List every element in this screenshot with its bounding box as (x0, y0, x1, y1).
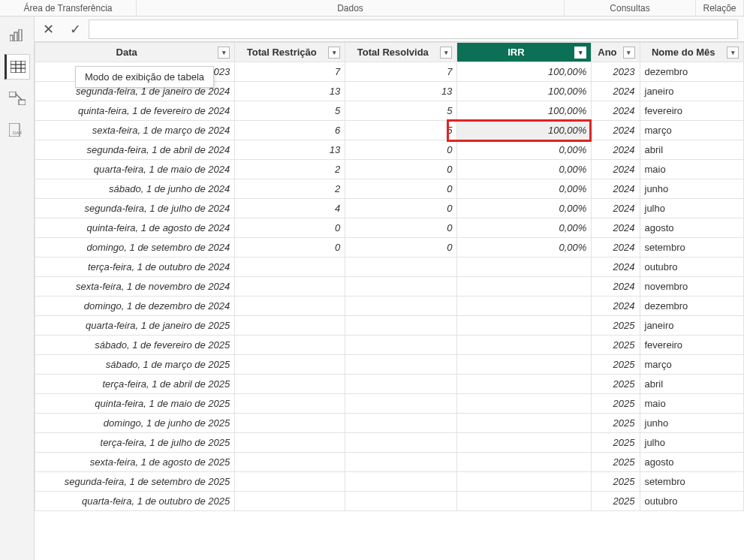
cell-ano[interactable]: 2025 (592, 433, 640, 453)
formula-confirm-button[interactable]: ✓ (62, 19, 89, 40)
table-row[interactable]: sábado, 1 de junho de 2024200,00%2024jun… (35, 179, 744, 199)
model-view-button[interactable] (5, 86, 30, 111)
cell-ano[interactable]: 2024 (592, 179, 640, 199)
cell-total-restricao[interactable] (235, 316, 345, 336)
cell-data[interactable]: sábado, 1 de março de 2025 (35, 355, 235, 375)
cell-total-resolvida[interactable]: 0 (345, 199, 457, 218)
table-row[interactable]: quinta-feira, 1 de agosto de 2024000,00%… (35, 218, 744, 238)
cell-data[interactable]: terça-feira, 1 de julho de 2025 (35, 433, 235, 453)
table-row[interactable]: segunda-feira, 1 de abril de 20241300,00… (35, 140, 744, 160)
cell-total-restricao[interactable] (235, 394, 345, 414)
report-view-button[interactable] (5, 23, 30, 48)
cell-irr[interactable]: 0,00% (457, 238, 592, 257)
cell-total-resolvida[interactable] (345, 492, 457, 511)
cell-total-resolvida[interactable]: 5 (345, 101, 457, 121)
cell-data[interactable]: domingo, 1 de junho de 2025 (35, 414, 235, 433)
table-row[interactable]: terça-feira, 1 de julho de 20252025julho (35, 433, 744, 453)
cell-data[interactable]: quinta-feira, 1 de agosto de 2024 (35, 218, 235, 238)
cell-nome-mes[interactable]: janeiro (640, 316, 744, 336)
cell-irr[interactable] (457, 257, 592, 277)
cell-total-restricao[interactable]: 0 (235, 218, 345, 238)
cell-total-restricao[interactable] (235, 453, 345, 472)
cell-total-restricao[interactable]: 2 (235, 179, 345, 199)
table-row[interactable]: sexta-feira, 1 de março de 202465100,00%… (35, 121, 744, 140)
cell-irr[interactable] (457, 414, 592, 433)
formula-input[interactable] (89, 20, 738, 39)
data-view-button[interactable] (5, 54, 30, 80)
cell-nome-mes[interactable]: dezembro (640, 297, 744, 316)
cell-nome-mes[interactable]: maio (640, 160, 744, 179)
filter-button[interactable]: ▾ (328, 47, 340, 59)
table-row[interactable]: terça-feira, 1 de abril de 20252025abril (35, 375, 744, 394)
cell-irr[interactable] (457, 453, 592, 472)
cell-data[interactable]: sexta-feira, 1 de março de 2024 (35, 121, 235, 140)
filter-button[interactable]: ▾ (623, 47, 635, 59)
cell-nome-mes[interactable]: agosto (640, 453, 744, 472)
table-row[interactable]: quinta-feira, 1 de maio de 20252025maio (35, 394, 744, 414)
cell-total-restricao[interactable] (235, 414, 345, 433)
cell-data[interactable]: sábado, 1 de junho de 2024 (35, 179, 235, 199)
cell-irr[interactable] (457, 277, 592, 297)
cell-nome-mes[interactable]: novembro (640, 277, 744, 297)
cell-data[interactable]: sexta-feira, 1 de novembro de 2024 (35, 277, 235, 297)
column-header-total-restricao[interactable]: Total Restrição ▾ (235, 43, 345, 62)
cell-total-resolvida[interactable] (345, 453, 457, 472)
cell-ano[interactable]: 2024 (592, 101, 640, 121)
table-row[interactable]: domingo, 1 de dezembro de 20242024dezemb… (35, 297, 744, 316)
table-scroll-area[interactable]: Modo de exibição de tabela Data ▾ Total … (35, 42, 744, 560)
cell-total-resolvida[interactable] (345, 394, 457, 414)
cell-irr[interactable]: 0,00% (457, 199, 592, 218)
cell-irr[interactable]: 100,00% (457, 101, 592, 121)
column-header-irr[interactable]: IRR ▾ (457, 43, 592, 62)
cell-total-resolvida[interactable] (345, 472, 457, 492)
cell-ano[interactable]: 2025 (592, 355, 640, 375)
table-row[interactable]: sexta-feira, 1 de agosto de 20252025agos… (35, 453, 744, 472)
cell-data[interactable]: quarta-feira, 1 de maio de 2024 (35, 160, 235, 179)
formula-cancel-button[interactable]: ✕ (35, 19, 62, 40)
cell-total-restricao[interactable] (235, 433, 345, 453)
cell-total-restricao[interactable]: 6 (235, 121, 345, 140)
cell-total-restricao[interactable] (235, 297, 345, 316)
cell-total-resolvida[interactable]: 0 (345, 218, 457, 238)
cell-ano[interactable]: 2024 (592, 277, 640, 297)
filter-button[interactable]: ▾ (727, 47, 739, 59)
cell-ano[interactable]: 2024 (592, 199, 640, 218)
table-row[interactable]: domingo, 1 de junho de 20252025junho (35, 414, 744, 433)
cell-ano[interactable]: 2024 (592, 218, 640, 238)
cell-nome-mes[interactable]: dezembro (640, 62, 744, 82)
cell-ano[interactable]: 2025 (592, 453, 640, 472)
filter-button[interactable]: ▾ (440, 47, 452, 59)
cell-total-resolvida[interactable] (345, 277, 457, 297)
cell-nome-mes[interactable]: maio (640, 394, 744, 414)
cell-data[interactable]: segunda-feira, 1 de setembro de 2025 (35, 472, 235, 492)
cell-total-restricao[interactable]: 5 (235, 101, 345, 121)
cell-total-restricao[interactable] (235, 472, 345, 492)
filter-button[interactable]: ▾ (574, 47, 586, 59)
cell-irr[interactable]: 100,00% (457, 62, 592, 82)
cell-data[interactable]: sábado, 1 de fevereiro de 2025 (35, 336, 235, 355)
cell-data[interactable]: segunda-feira, 1 de julho de 2024 (35, 199, 235, 218)
cell-total-restricao[interactable] (235, 355, 345, 375)
cell-ano[interactable]: 2025 (592, 492, 640, 511)
cell-data[interactable]: terça-feira, 1 de outubro de 2024 (35, 257, 235, 277)
cell-nome-mes[interactable]: setembro (640, 238, 744, 257)
cell-nome-mes[interactable]: junho (640, 414, 744, 433)
cell-ano[interactable]: 2024 (592, 160, 640, 179)
cell-total-resolvida[interactable] (345, 297, 457, 316)
cell-nome-mes[interactable]: julho (640, 433, 744, 453)
cell-nome-mes[interactable]: julho (640, 199, 744, 218)
cell-data[interactable]: quinta-feira, 1 de fevereiro de 2024 (35, 101, 235, 121)
cell-total-resolvida[interactable] (345, 375, 457, 394)
cell-nome-mes[interactable]: agosto (640, 218, 744, 238)
table-row[interactable]: quarta-feira, 1 de janeiro de 20252025ja… (35, 316, 744, 336)
cell-data[interactable]: quarta-feira, 1 de janeiro de 2025 (35, 316, 235, 336)
table-row[interactable]: quarta-feira, 1 de outubro de 20252025ou… (35, 492, 744, 511)
cell-nome-mes[interactable]: fevereiro (640, 101, 744, 121)
column-header-ano[interactable]: Ano ▾ (592, 43, 640, 62)
cell-irr[interactable] (457, 433, 592, 453)
cell-total-resolvida[interactable] (345, 336, 457, 355)
cell-total-resolvida[interactable] (345, 433, 457, 453)
cell-irr[interactable] (457, 492, 592, 511)
cell-total-restricao[interactable] (235, 257, 345, 277)
table-row[interactable]: terça-feira, 1 de outubro de 20242024out… (35, 257, 744, 277)
